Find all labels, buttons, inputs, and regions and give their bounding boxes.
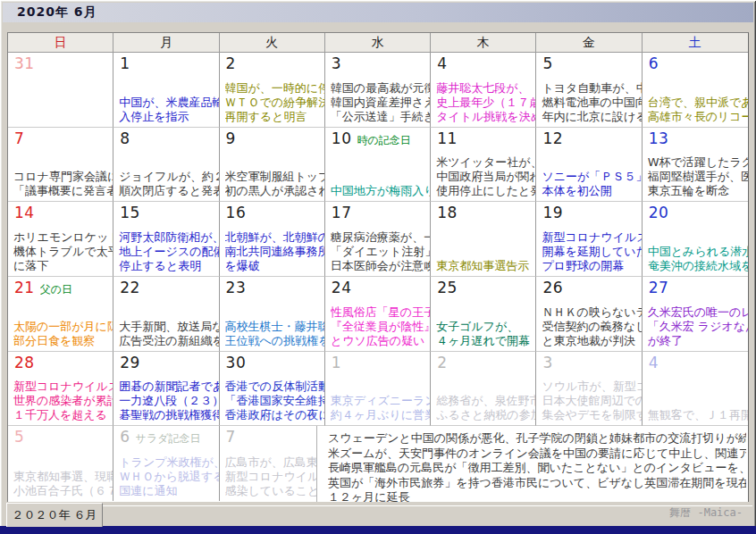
calendar-cell-37[interactable]: 6サラダ記念日トランプ米政権が、米ＷＨＯから脱退すると国連に通知	[113, 426, 219, 501]
calendar-cell-1[interactable]: 31	[8, 53, 113, 128]
calendar-cell-32[interactable]: 1東京ディズニーラン約４ヶ月ぶりに営業再	[325, 352, 431, 427]
day-header-row: 21父の日	[8, 277, 113, 297]
calendar-cell-26[interactable]: 25女子ゴルフが、４ヶ月遅れで開幕	[431, 277, 536, 352]
calendar-cell-27[interactable]: 26ＮＨＫの映らないテレ受信契約の義務なしと東京地裁が判決	[536, 277, 642, 352]
calendar-cell-23[interactable]: 22大手新聞、放送局など広告受注の新組織を設	[113, 277, 219, 352]
event-text: 再開すると明言	[225, 110, 324, 124]
calendar-cell-18[interactable]: 17糖尿病治療薬が、一部「ダイエット注射」と日本医師会が注意喚起	[325, 202, 431, 277]
calendar-cell-10[interactable]: 9米空軍制服組トップの初の黒人が承認され	[220, 128, 325, 203]
calendar-cell-36[interactable]: 5東京都知事選、現職の小池百合子氏（６７）	[8, 426, 113, 501]
event-text: ソニーが「ＰＳ５」	[542, 170, 641, 184]
calendar-cell-12[interactable]: 11米ツイッター社が、中国政府当局が関わる使用停止にしたと発表	[431, 128, 536, 203]
event-text: 中国とみられる潜水艦	[648, 245, 748, 259]
calendar-cell-31[interactable]: 30香港での反体制活動を「香港国家安全維持法香港政府はその夜に施	[220, 352, 325, 427]
event-text: 東京都知事選、現職の	[13, 470, 113, 484]
calendar-cell-13[interactable]: 12ソニーが「ＰＳ５」本体を初公開	[536, 128, 642, 203]
day-header-row: 3	[536, 352, 641, 371]
calendar-cell-30[interactable]: 29囲碁の新聞記者である一力遼八段（２３）が碁聖戦の挑戦権獲得	[113, 352, 219, 427]
calendar-cell-22[interactable]: 21父の日太陽の一部が月に隠れ部分日食を観察	[8, 277, 113, 352]
calendar-cell-14[interactable]: 13W杯で活躍したラグ福岡堅樹選手が、医学東京五輪を断念	[643, 128, 748, 203]
month-tab[interactable]: ２０２０年 ６月	[6, 503, 103, 527]
event-text: 『全従業員が陰性』	[331, 320, 430, 334]
event-text: 国連に通知	[119, 484, 218, 498]
event-lines: ソウル市が、新型コロ日本大使館周辺での集会やデモを制限する	[536, 380, 641, 425]
day-header-row: 1	[325, 352, 430, 371]
calendar-cell-25[interactable]: 24性風俗店「星の王子さ『全従業員が陰性』とウソ広告の疑い	[325, 277, 431, 352]
event-text: 「ダイエット注射」と	[331, 245, 430, 259]
day-number: 4	[437, 54, 447, 72]
event-lines: 東京都知事選、現職の小池百合子氏（６７）	[8, 470, 113, 501]
calendar-cell-15[interactable]: 14ホリエモンロケット機体トラブルで太平洋に落下	[8, 202, 113, 277]
day-number: 3	[332, 54, 341, 72]
event-text: 広島市が、広島東署の	[225, 455, 324, 470]
event-text: タイトル挑戦を決める	[436, 110, 535, 124]
day-number: 6	[649, 54, 659, 72]
day-header-row: 18	[431, 202, 535, 221]
day-header-row: 14	[8, 202, 113, 221]
day-number: 29	[120, 354, 140, 371]
day-header-row: 11	[431, 128, 535, 147]
day-number: 26	[542, 279, 563, 296]
day-header-row: 16	[220, 202, 324, 221]
calendar-cell-9[interactable]: 8ジョイフルが、約２順次閉店すると発表	[113, 128, 219, 203]
event-text: トヨタ自動車が、中国	[542, 81, 641, 96]
calendar-cell-35[interactable]: 4無観客で、Ｊ１再開	[643, 352, 748, 427]
day-number: 10	[332, 129, 352, 147]
calendar-cell-21[interactable]: 20中国とみられる潜水艦奄美沖の接続水域を通	[643, 202, 748, 277]
calendar-cell-28[interactable]: 27久米宏氏の唯一のレギ「久米宏 ラジオなんでが終了	[643, 277, 748, 352]
day-header-row: 5	[8, 426, 113, 446]
calendar-cell-5[interactable]: 4藤井聡太七段が、史上最年少（１７歳）タイトル挑戦を決める	[431, 53, 536, 128]
calendar-cell-29[interactable]: 28新型コロナウイルスの世界の感染者が累計１千万人を超える	[8, 352, 113, 427]
weekday-header-6: 土	[643, 33, 748, 53]
weekday-header-4: 木	[431, 33, 536, 53]
day-number: 13	[649, 129, 669, 147]
event-text: 久米宏氏の唯一のレギ	[648, 305, 748, 320]
calendar-cell-17[interactable]: 16北朝鮮が、北朝鮮の開南北共同連絡事務所を爆破	[220, 202, 325, 277]
calendar-cell-20[interactable]: 19新型コロナウイルスで開幕を延期していたプロ野球の開幕	[536, 202, 642, 277]
calendar-cell-38[interactable]: 7広島市が、広島東署の新型コロナウイルスに感染していることを発	[220, 426, 325, 501]
day-number: 24	[332, 279, 352, 296]
calendar-cell-11[interactable]: 10時の記念日中国地方が梅雨入り	[325, 128, 431, 203]
day-number: 31	[14, 54, 35, 72]
day-number: 8	[120, 129, 130, 147]
event-text: コロナ専門家会議に	[13, 170, 113, 184]
event-lines: 糖尿病治療薬が、一部「ダイエット注射」と日本医師会が注意喚起	[325, 230, 430, 276]
event-lines: 米ツイッター社が、中国政府当局が関わる使用停止にしたと発表	[431, 155, 535, 201]
calendar-cell-7[interactable]: 6台湾で、親中派であ高雄市々長のリコー	[643, 53, 748, 128]
event-text: 感染していることを発	[225, 484, 324, 498]
event-text: を爆破	[225, 259, 324, 273]
event-text: 米空軍制服組トップの	[225, 170, 324, 184]
day-header-row: 10時の記念日	[325, 128, 430, 148]
calendar-cell-24[interactable]: 23高校生棋士・藤井聡太王位戦への挑戦権を獲	[220, 277, 325, 352]
event-lines: W杯で活躍したラグ福岡堅樹選手が、医学東京五輪を断念	[643, 155, 748, 201]
day-number: 16	[226, 204, 247, 221]
event-text: 中国地方が梅雨入り	[331, 184, 430, 198]
calendar-cell-33[interactable]: 2総務省が、泉佐野市をふるさと納税の参加を	[431, 352, 536, 427]
day-number: 30	[226, 354, 247, 371]
day-header-row: 15	[113, 202, 218, 221]
event-text: 本体を初公開	[542, 184, 641, 198]
event-text: ＷＨＯから脱退すると	[119, 470, 218, 484]
weekday-header-0: 日	[8, 33, 113, 53]
event-text: 「久米宏 ラジオなんで	[648, 320, 748, 334]
event-text: 「議事概要に発言者	[13, 184, 113, 198]
calendar-cell-34[interactable]: 3ソウル市が、新型コロ日本大使館周辺での集会やデモを制限する	[536, 352, 642, 427]
event-text: 部分日食を観察	[13, 334, 113, 348]
day-number: 5	[14, 428, 24, 446]
calendar-cell-3[interactable]: 2韓国が、一時的に停ＷＴＯでの紛争解決手再開すると明言	[220, 53, 325, 128]
overflow-event-text: スウェーデンと中国の関係が悪化、孔子学院の閉鎖と姉妹都市の交流打切りが続く	[328, 431, 746, 446]
day-header-row: 4	[431, 53, 535, 72]
calendar-cell-2[interactable]: 1中国が、米農産品輸入停止を指示	[113, 53, 219, 128]
event-text: 北朝鮮が、北朝鮮の開	[225, 230, 324, 245]
day-header-row: 13	[643, 128, 748, 147]
day-header-row: 8	[113, 128, 218, 147]
event-text: 中国政府当局が関わる	[436, 170, 535, 184]
event-text: １千万人を超える	[13, 408, 113, 422]
day-number: 28	[14, 354, 35, 371]
calendar-cell-8[interactable]: 7コロナ専門家会議に「議事概要に発言者	[8, 128, 113, 203]
calendar-cell-19[interactable]: 18東京都知事選告示	[431, 202, 536, 277]
calendar-cell-4[interactable]: 3韓国の最高裁が元徴韓国内資産差押さえを「公示送達」手続きに	[325, 53, 431, 128]
day-number: 11	[437, 129, 458, 147]
calendar-cell-16[interactable]: 15河野太郎防衛相が、地上イージスの配備を停止すると表明	[113, 202, 219, 277]
calendar-cell-6[interactable]: 5トヨタ自動車が、中国燃料電池車の中国向け年内に北京に設ける	[536, 53, 642, 128]
